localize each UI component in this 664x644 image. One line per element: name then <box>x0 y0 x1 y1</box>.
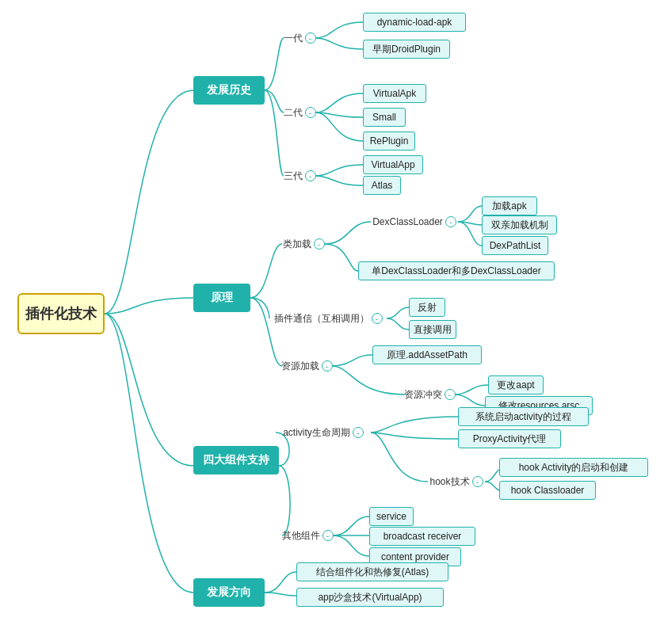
level1-principle[interactable]: 原理 <box>193 284 250 312</box>
leaf-single-dex: 单DexClassLoader和多DexClassLoader <box>358 261 555 280</box>
classload-expand-icon[interactable]: - <box>314 238 325 250</box>
level1-history[interactable]: 发展历史 <box>193 76 265 105</box>
plugin-comm-expand-icon[interactable]: - <box>372 313 383 324</box>
level1-future[interactable]: 发展方向 <box>193 578 265 607</box>
mid-other-comp: 其他组件 - <box>282 526 333 545</box>
mid-plugin-comm: 插件通信（互相调用） - <box>269 309 387 328</box>
leaf-virtual-app: VirtualApp <box>363 155 423 174</box>
leaf-reflect: 反射 <box>409 298 445 317</box>
leaf-atlas: Atlas <box>363 176 401 195</box>
level1-future-label: 发展方向 <box>207 585 251 600</box>
leaf-sys-activity: 系统启动activity的过程 <box>458 407 589 426</box>
leaf-parent-load: 双亲加载机制 <box>482 215 557 234</box>
mid-activity-life: activity生命周期 - <box>276 423 371 442</box>
activity-life-expand-icon[interactable]: - <box>353 427 364 438</box>
leaf-dynamic: dynamic-load-apk <box>363 13 466 32</box>
root-node: 插件化技术 <box>17 293 105 334</box>
mid-dex-loader: DexClassLoader - <box>371 212 458 231</box>
res-load-expand-icon[interactable]: - <box>322 360 333 372</box>
mid-classload: 类加载 - <box>282 234 325 253</box>
leaf-hook-activity: hook Activity的启动和创建 <box>499 458 648 477</box>
level1-principle-label: 原理 <box>211 291 233 305</box>
gen2-expand-icon[interactable]: - <box>305 107 316 118</box>
mid-gen2: 二代 - <box>284 103 315 122</box>
leaf-combine: 结合组件化和热修复(Atlas) <box>296 562 448 581</box>
mid-gen3: 三代 - <box>284 166 315 185</box>
mid-res-load: 资源加载 - <box>282 356 331 375</box>
level1-history-label: 发展历史 <box>207 83 251 97</box>
gen3-expand-icon[interactable]: - <box>305 170 316 181</box>
leaf-broadcast: broadcast receiver <box>369 527 475 546</box>
leaf-sandbox: app沙盒技术(VirtualApp) <box>296 588 444 607</box>
leaf-change-aapt: 更改aapt <box>488 375 544 394</box>
leaf-small: Small <box>363 108 406 127</box>
level1-components-label: 四大组件支持 <box>203 453 269 467</box>
leaf-add-asset: 原理.addAssetPath <box>372 345 482 364</box>
root-label: 插件化技术 <box>25 304 97 323</box>
res-conflict-expand-icon[interactable]: - <box>445 389 456 400</box>
leaf-service: service <box>369 507 414 526</box>
leaf-direct-call: 直接调用 <box>409 320 456 339</box>
other-comp-expand-icon[interactable]: - <box>322 530 334 541</box>
leaf-dex-path: DexPathList <box>482 236 548 255</box>
leaf-proxy-activity: ProxyActivity代理 <box>458 429 561 448</box>
mid-gen1: 一代 - <box>284 29 315 48</box>
level1-components[interactable]: 四大组件支持 <box>193 446 279 474</box>
mid-res-conflict: 资源冲突 - <box>406 385 453 404</box>
leaf-replugin: RePlugin <box>363 131 415 151</box>
dex-loader-expand-icon[interactable]: - <box>445 216 456 227</box>
mid-hook-tech: hook技术 - <box>428 472 485 491</box>
hook-tech-expand-icon[interactable]: - <box>472 476 483 487</box>
gen1-expand-icon[interactable]: - <box>305 32 316 44</box>
leaf-load-apk: 加载apk <box>482 196 537 215</box>
leaf-droid: 早期DroidPlugin <box>363 40 450 59</box>
leaf-virtual-apk: VirtualApk <box>363 84 426 103</box>
mind-map: 插件化技术 发展历史 原理 四大组件支持 发展方向 一代 - 二代 - 三代 -… <box>0 0 664 644</box>
leaf-hook-classloader: hook Classloader <box>499 481 596 500</box>
